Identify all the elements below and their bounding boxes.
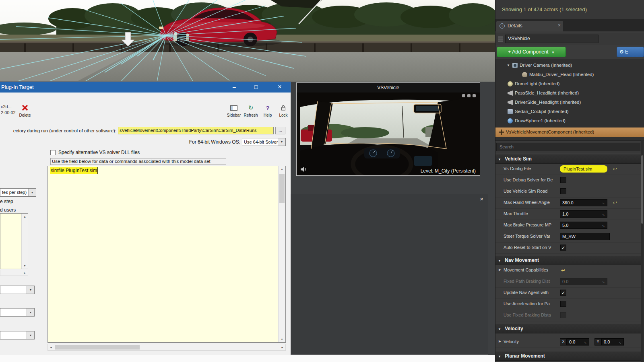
scroll-right-icon[interactable]: ► xyxy=(279,344,285,350)
close-icon[interactable]: × xyxy=(269,82,291,93)
viewport-toolbar-icons[interactable] xyxy=(462,94,476,97)
level-viewport[interactable] xyxy=(0,0,495,82)
help-icon: ? xyxy=(263,103,272,112)
scroll-down-icon[interactable]: ▼ xyxy=(22,263,28,269)
component-passside-headlight[interactable]: PassSide_Headlight (Inherited) xyxy=(495,88,644,98)
reset-icon[interactable]: ↩ xyxy=(561,267,565,274)
component-driverside-headlight[interactable]: DriverSide_Headlight (Inherited) xyxy=(495,98,644,107)
drag-icon[interactable]: ↔ xyxy=(601,211,607,218)
update-nav-agent-checkbox[interactable]: ✓ xyxy=(560,290,566,296)
component-driver-head[interactable]: Malibu_Driver_Head (Inherited) xyxy=(495,70,644,79)
drag-icon[interactable]: ↔ xyxy=(601,200,607,206)
left-select-3[interactable]: ▼ xyxy=(0,331,35,339)
property-label: Use Debug Solver for De xyxy=(504,177,553,182)
velocity-y-field[interactable]: 0.0 ↔ xyxy=(601,338,624,346)
drag-icon[interactable]: ↔ xyxy=(617,339,624,346)
velocity-x-field[interactable]: 0.0 ↔ xyxy=(567,338,589,346)
add-component-label: Add Component xyxy=(512,49,548,55)
editor-vscrollbar[interactable]: ▲ ▼ xyxy=(278,166,285,342)
velocity-y-chip: Y xyxy=(594,338,601,346)
use-vehicle-sim-road-checkbox[interactable] xyxy=(560,188,566,194)
component-drawsphere[interactable]: DrawSphere1 (Inherited) xyxy=(495,116,644,125)
add-component-button[interactable]: + Add Component ▼ xyxy=(497,47,566,57)
left-text-2: d users xyxy=(0,207,16,213)
empty-panel[interactable]: × xyxy=(291,194,488,355)
drag-icon[interactable]: ↔ xyxy=(601,222,607,229)
drag-icon[interactable]: ↔ xyxy=(583,339,589,346)
scroll-down-icon[interactable]: ▼ xyxy=(279,336,285,342)
edit-blueprint-button[interactable]: ⚙ E xyxy=(617,47,644,57)
vsvehicle-camera-window[interactable]: VSVehicle xyxy=(296,82,480,176)
miscfile-editor[interactable]: simfile PlugInTest.sim ▲ ▼ xyxy=(47,166,286,343)
speaker-icon[interactable] xyxy=(301,167,307,172)
refresh-button[interactable]: ↻ Refresh xyxy=(243,103,259,117)
component-label: Sedan_Cockpit (Inherited) xyxy=(515,107,569,116)
tab-close-icon[interactable]: × xyxy=(558,23,561,28)
chevron-down-icon[interactable]: ▼ xyxy=(27,286,34,294)
property-label: Use Fixed Braking Dista xyxy=(504,313,551,317)
max-hand-wheel-angle-field[interactable]: 360.0 ↔ xyxy=(560,199,607,206)
minimize-icon[interactable]: – xyxy=(225,82,243,93)
left-select-2[interactable]: ▼ xyxy=(0,308,35,317)
run-directory-field[interactable]: sVehicleMovementComponent\ThirdParty\Car… xyxy=(118,127,274,134)
reset-icon[interactable]: ↩ xyxy=(613,166,617,172)
browse-button[interactable]: ... xyxy=(275,127,285,134)
max-brake-pressure-field[interactable]: 5.0 ↔ xyxy=(560,222,607,229)
use-debug-solver-checkbox[interactable] xyxy=(560,177,566,183)
category-nav-movement[interactable]: ▼ Nav Movement xyxy=(495,256,641,265)
tab-details[interactable]: i Details × xyxy=(496,21,563,31)
editor-vscroll-thumb[interactable] xyxy=(279,174,285,203)
actor-name-field[interactable]: VSVehicle xyxy=(505,35,599,43)
check-icon: ✓ xyxy=(561,245,565,250)
info-icon: i xyxy=(500,23,505,29)
dialog-titlebar[interactable]: Plug-In Target – □ × xyxy=(0,82,291,93)
steer-torque-solver-field[interactable]: M_SW xyxy=(560,233,610,240)
expander-icon[interactable]: ▶ xyxy=(499,339,501,343)
component-driver-camera[interactable]: ▼ Driver Camera (Inherited) xyxy=(495,61,644,70)
expander-icon[interactable]: ▼ xyxy=(507,61,510,70)
scroll-up-icon[interactable]: ▲ xyxy=(22,214,28,220)
expander-icon: ▼ xyxy=(498,158,501,161)
vs-config-file-field[interactable]: PlugInTest.sim xyxy=(560,165,607,173)
scroll-up-icon[interactable]: ▲ xyxy=(279,166,285,172)
property-row-auto-reset: Auto Reset to Start on V ✓ xyxy=(495,242,641,254)
auto-reset-checkbox[interactable]: ✓ xyxy=(560,245,566,251)
details-scrollbar[interactable] xyxy=(641,140,644,362)
chevron-down-icon[interactable]: ▼ xyxy=(28,189,36,196)
category-velocity[interactable]: ▼ Velocity xyxy=(495,324,641,333)
max-throttle-field[interactable]: 1.0 ↔ xyxy=(560,210,607,218)
reset-icon[interactable]: ↩ xyxy=(613,200,617,206)
chevron-down-icon[interactable]: ▼ xyxy=(278,138,285,146)
alt-dll-checkbox[interactable] xyxy=(50,150,56,155)
chevron-down-icon[interactable]: ▼ xyxy=(27,331,34,339)
left-select-1[interactable]: ▼ xyxy=(0,286,35,294)
scroll-left-icon[interactable]: ◄ xyxy=(48,344,54,350)
dataset-listbox[interactable]: ▲ ▼ xyxy=(0,213,28,269)
maximize-icon[interactable]: □ xyxy=(247,82,265,93)
details-scroll-thumb[interactable] xyxy=(641,155,643,224)
use-acceleration-checkbox[interactable] xyxy=(560,301,566,307)
search-input[interactable]: Search xyxy=(496,143,640,151)
dialog-title: Plug-In Target xyxy=(1,84,34,90)
editor-hscrollbar[interactable]: ◄ ► xyxy=(47,344,286,351)
delete-button[interactable]: Delete xyxy=(17,103,33,117)
per-step-select[interactable]: tes per step) ▼ xyxy=(0,188,36,197)
category-planar-movement[interactable]: ▼ Planar Movement xyxy=(495,352,641,361)
expander-icon[interactable]: ▶ xyxy=(499,268,501,272)
chevron-down-icon[interactable]: ▼ xyxy=(27,309,34,316)
category-vehicle-sim[interactable]: ▼ Vehicle Sim xyxy=(495,154,641,164)
editor-hscroll-thumb[interactable] xyxy=(55,345,140,350)
component-domelight[interactable]: DomeLight (Inherited) xyxy=(495,79,644,88)
camera-window-titlebar[interactable]: VSVehicle xyxy=(297,83,480,93)
component-sedan-cockpit[interactable]: Sedan_Cockpit (Inherited) xyxy=(495,107,644,116)
sidebar-button[interactable]: Sidebar xyxy=(226,103,242,117)
lock-button[interactable]: Lock xyxy=(275,103,291,117)
scroll-right-icon[interactable]: ► xyxy=(22,270,28,276)
solver-select[interactable]: Use 64-bit Solver ▼ xyxy=(242,138,286,146)
listbox-vscrollbar[interactable]: ▲ ▼ xyxy=(21,214,28,269)
component-vsvehiclemovement-selected[interactable]: VsVehicleMovementComponent (Inherited) xyxy=(495,128,644,137)
close-icon[interactable]: × xyxy=(480,195,483,203)
property-label: Auto Reset to Start on V xyxy=(504,245,551,250)
listbox-hscrollbar[interactable]: ► xyxy=(0,270,28,276)
help-button[interactable]: ? Help xyxy=(260,103,276,117)
